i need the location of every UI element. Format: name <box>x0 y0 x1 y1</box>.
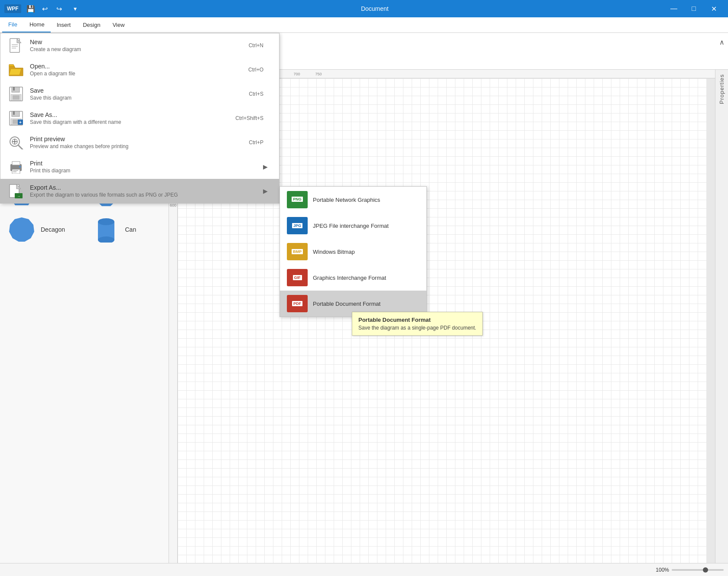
close-button[interactable]: ✕ <box>704 0 724 17</box>
new-icon <box>7 37 25 54</box>
redo-button[interactable]: ↪ <box>53 3 65 15</box>
export-submenu: PNG Portable Network Graphics JPG JPEG F… <box>280 186 427 317</box>
zoom-slider[interactable] <box>672 569 724 571</box>
file-menu-export[interactable]: → Export As... Export the diagram to var… <box>0 179 279 203</box>
file-menu-print-preview[interactable]: Print preview Preview and make changes b… <box>0 130 279 155</box>
save-desc: Save this diagram <box>30 95 249 101</box>
png-label: Portable Network Graphics <box>313 197 380 203</box>
menu-item-view[interactable]: View <box>107 17 131 32</box>
open-desc: Open a diagram file <box>30 71 248 77</box>
pdf-icon: PDF <box>287 295 308 312</box>
print-arrow: ▶ <box>263 163 268 170</box>
ribbon-collapse-button[interactable]: ∧ <box>716 35 728 50</box>
export-desc: Export the diagram to various file forma… <box>30 192 263 198</box>
export-icon: → <box>7 182 25 200</box>
decagon-shape-svg <box>9 217 34 243</box>
open-name: Open... <box>30 63 248 70</box>
save-name: Save <box>30 87 249 94</box>
shape-item-decagon[interactable]: Decagon <box>0 212 84 247</box>
saveas-text: Save As... Save this diagram with a diff… <box>30 111 235 125</box>
tooltip: Portable Document Format Save the diagra… <box>352 312 483 336</box>
save-icon-svg <box>9 87 23 101</box>
open-icon <box>7 61 25 78</box>
svg-rect-21 <box>13 95 20 100</box>
quick-access-toolbar: 💾 ↩ ↪ ▾ <box>25 3 81 15</box>
bmp-icon: BMP <box>287 243 308 260</box>
can-shape-svg <box>95 217 117 243</box>
print-icon <box>7 158 25 175</box>
shape-name-can: Can <box>125 226 136 233</box>
export-item-bmp[interactable]: BMP Windows Bitmap <box>280 239 426 265</box>
gif-icon: GIF <box>287 269 308 286</box>
export-text: Export As... Export the diagram to vario… <box>30 184 263 198</box>
open-folder-icon-svg <box>8 63 24 77</box>
print-text: Print Print this diagram <box>30 160 263 174</box>
save-button[interactable]: 💾 <box>25 3 37 15</box>
minimize-button[interactable]: — <box>664 0 684 17</box>
print-preview-icon <box>7 134 25 151</box>
shape-item-can[interactable]: Can <box>84 212 169 247</box>
quick-access-dropdown[interactable]: ▾ <box>69 3 81 15</box>
export-item-gif[interactable]: GIF Graphics Interchange Format <box>280 265 426 291</box>
zoom-slider-thumb <box>703 567 708 573</box>
print-preview-desc: Preview and make changes before printing <box>30 143 249 149</box>
new-name: New <box>30 39 249 45</box>
title-bar: WPF 💾 ↩ ↪ ▾ Document — □ ✕ <box>0 0 728 17</box>
open-shortcut: Ctrl+O <box>248 67 272 73</box>
svg-rect-23 <box>12 111 20 116</box>
jpg-label: JPEG File interchange Format <box>313 223 389 229</box>
open-text: Open... Open a diagram file <box>30 63 248 77</box>
window-controls: — □ ✕ <box>664 0 724 17</box>
ruler-tick-750: 750 <box>308 72 329 76</box>
new-desc: Create a new diagram <box>30 46 249 52</box>
shape-name-decagon: Decagon <box>41 226 65 233</box>
menu-item-file[interactable]: File <box>2 17 23 32</box>
svg-line-31 <box>18 145 23 149</box>
properties-label: Properties <box>718 74 725 104</box>
print-icon-svg <box>9 160 23 174</box>
new-file-icon-svg <box>9 38 23 53</box>
shape-icon-decagon <box>9 219 35 240</box>
svg-point-39 <box>19 166 21 168</box>
file-menu-saveas[interactable]: + Save As... Save this diagram with a di… <box>0 106 279 130</box>
tooltip-title: Portable Document Format <box>358 317 476 323</box>
png-icon: PNG <box>287 191 308 208</box>
new-text: New Create a new diagram <box>30 39 249 52</box>
saveas-shortcut: Ctrl+Shift+S <box>235 115 272 121</box>
file-menu: New Create a new diagram Ctrl+N Open... … <box>0 33 280 204</box>
svg-text:+: + <box>19 120 22 125</box>
export-item-jpg[interactable]: JPG JPEG File interchange Format <box>280 213 426 239</box>
menu-bar: File Home Insert Design View <box>0 17 728 33</box>
svg-rect-37 <box>13 170 18 171</box>
saveas-desc: Save this diagram with a different name <box>30 119 235 125</box>
file-menu-save[interactable]: Save Save this diagram Ctrl+S <box>0 82 279 106</box>
save-shortcut: Ctrl+S <box>249 91 272 97</box>
bmp-label: Windows Bitmap <box>313 249 355 255</box>
print-preview-shortcut: Ctrl+P <box>249 139 272 146</box>
jpg-icon: JPG <box>287 217 308 234</box>
zoom-control: 100% <box>656 567 724 573</box>
undo-button[interactable]: ↩ <box>39 3 51 15</box>
file-menu-open[interactable]: Open... Open a diagram file Ctrl+O <box>0 58 279 82</box>
print-name: Print <box>30 160 263 167</box>
menu-item-home[interactable]: Home <box>23 17 51 32</box>
saveas-icon-svg: + <box>9 111 23 126</box>
file-menu-print[interactable]: Print Print this diagram ▶ <box>0 155 279 179</box>
svg-rect-24 <box>13 111 15 115</box>
export-icon-svg: → <box>9 184 23 198</box>
svg-rect-35 <box>12 162 20 165</box>
print-preview-name: Print preview <box>30 136 249 142</box>
gif-label: Graphics Interchange Format <box>313 275 386 281</box>
menu-item-design[interactable]: Design <box>77 17 106 32</box>
svg-text:→: → <box>17 194 20 198</box>
export-item-png[interactable]: PNG Portable Network Graphics <box>280 187 426 213</box>
menu-item-insert[interactable]: Insert <box>51 17 77 32</box>
svg-point-10 <box>98 218 114 225</box>
maximize-button[interactable]: □ <box>684 0 704 17</box>
window-title: Document <box>86 5 664 12</box>
export-arrow: ▶ <box>263 188 268 194</box>
properties-panel: Properties <box>715 70 728 563</box>
tooltip-desc: Save the diagram as a single-page PDF do… <box>358 325 476 331</box>
svg-rect-19 <box>13 87 15 91</box>
file-menu-new[interactable]: New Create a new diagram Ctrl+N <box>0 33 279 58</box>
